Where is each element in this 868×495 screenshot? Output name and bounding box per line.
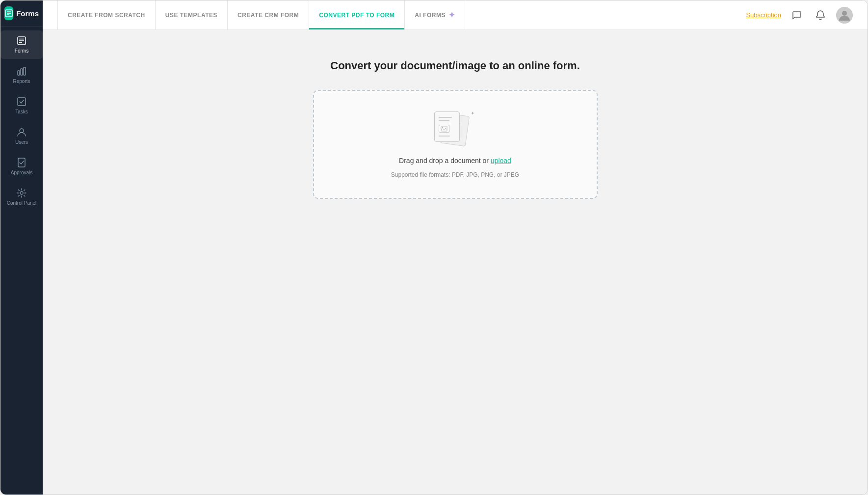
- svg-point-12: [20, 129, 24, 133]
- sparkle-icon: ✦: [448, 10, 455, 20]
- sidebar-item-control-panel-label: Control Panel: [7, 200, 37, 206]
- svg-point-14: [20, 192, 23, 194]
- upload-dropzone[interactable]: ✦ Drag and drop a document or upload Sup…: [313, 90, 598, 199]
- svg-rect-9: [21, 69, 23, 75]
- users-icon: [16, 127, 27, 138]
- sidebar-item-users[interactable]: Users: [0, 122, 43, 150]
- svg-rect-10: [24, 67, 26, 75]
- sidebar-item-reports[interactable]: Reports: [0, 61, 43, 89]
- tab-use-templates[interactable]: USE TEMPLATES: [156, 0, 228, 29]
- sidebar-item-tasks-label: Tasks: [15, 109, 28, 115]
- star-decoration: ✦: [471, 110, 474, 116]
- tab-ai-forms[interactable]: AI FORMS ✦: [405, 0, 465, 29]
- chat-icon-button[interactable]: [789, 7, 805, 23]
- doc-front: [434, 111, 460, 142]
- upload-formats: Supported file formats: PDF, JPG, PNG, o…: [391, 171, 519, 178]
- notification-icon-button[interactable]: [813, 7, 828, 23]
- svg-point-16: [842, 11, 847, 16]
- sidebar-nav: Forms Reports: [0, 30, 43, 211]
- sidebar-item-forms[interactable]: Forms: [0, 30, 43, 59]
- sidebar-item-approvals-label: Approvals: [11, 170, 32, 176]
- sidebar: Forms Forms: [0, 0, 43, 495]
- svg-rect-8: [18, 71, 20, 75]
- tasks-icon: [16, 96, 27, 107]
- tab-create-from-scratch[interactable]: CREATE FROM SCRATCH: [57, 0, 156, 29]
- user-avatar[interactable]: [836, 7, 853, 24]
- subscription-link[interactable]: Subscription: [746, 11, 781, 19]
- sidebar-item-users-label: Users: [15, 139, 28, 145]
- app-wrapper: Forms Forms: [0, 0, 868, 495]
- main-content: CREATE FROM SCRATCH USE TEMPLATES CREATE…: [43, 0, 868, 495]
- sidebar-item-reports-label: Reports: [13, 79, 30, 84]
- approvals-icon: [16, 157, 27, 168]
- reports-icon: [16, 66, 27, 77]
- logo-area: Forms: [0, 0, 43, 27]
- page-body: Convert your document/image to an online…: [43, 30, 868, 495]
- tab-convert-pdf-to-form[interactable]: CONVERT PDF TO FORM: [309, 0, 405, 29]
- top-nav: CREATE FROM SCRATCH USE TEMPLATES CREATE…: [43, 0, 868, 30]
- logo-icon: [4, 6, 13, 20]
- upload-link[interactable]: upload: [491, 157, 511, 165]
- tab-create-crm-form[interactable]: CREATE CRM FORM: [228, 0, 309, 29]
- logo-text: Forms: [16, 9, 39, 18]
- sidebar-item-tasks[interactable]: Tasks: [0, 91, 43, 120]
- sidebar-item-forms-label: Forms: [15, 48, 28, 54]
- nav-tabs: CREATE FROM SCRATCH USE TEMPLATES CREATE…: [57, 0, 465, 29]
- svg-point-18: [442, 127, 443, 128]
- upload-drag-text: Drag and drop a document or upload: [399, 157, 511, 165]
- svg-rect-11: [18, 98, 26, 106]
- page-title: Convert your document/image to an online…: [330, 59, 580, 72]
- sidebar-item-control-panel[interactable]: Control Panel: [0, 183, 43, 211]
- sidebar-item-approvals[interactable]: Approvals: [0, 152, 43, 181]
- upload-illustration: ✦: [433, 110, 477, 150]
- svg-rect-13: [18, 158, 25, 167]
- header-actions: Subscription: [746, 7, 853, 24]
- control-panel-icon: [16, 188, 27, 198]
- forms-icon: [16, 35, 27, 46]
